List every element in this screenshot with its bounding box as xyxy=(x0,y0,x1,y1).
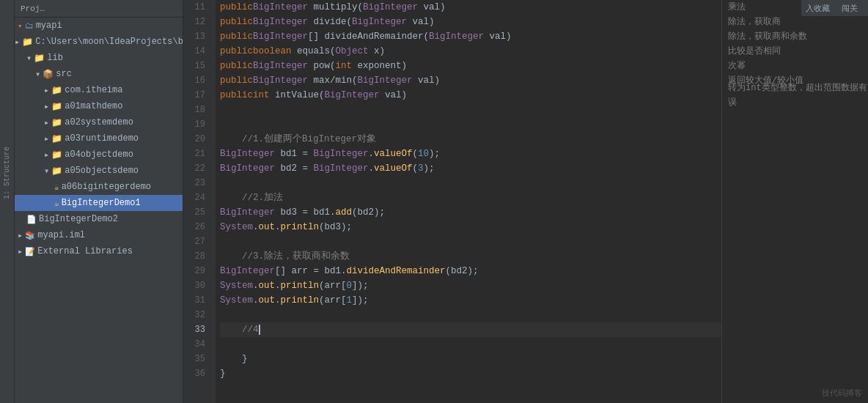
expand-icon-a03: ▸ xyxy=(44,117,49,128)
comment-annotation: 除法，获取商 xyxy=(728,15,868,29)
structure-tab[interactable]: 1: Structure xyxy=(3,147,11,199)
code-line[interactable]: public BigInteger multiply(BigInteger va… xyxy=(220,0,721,15)
code-line[interactable] xyxy=(220,176,721,191)
tree-item-src[interactable]: ▾ 📁 lib xyxy=(15,50,183,66)
tree-item-extlibs[interactable]: ▸ 📚 myapi.iml xyxy=(15,227,183,243)
line-number: 25 xyxy=(183,205,210,220)
code-line[interactable]: BigInteger bd2 = BigInteger.valueOf(3); xyxy=(220,161,721,176)
expand-icon-extlibs: ▸ xyxy=(18,230,23,241)
tree-item-a02[interactable]: ▸ 📁 a01mathdemo xyxy=(15,98,183,114)
code-line[interactable]: //4 xyxy=(220,322,721,337)
code-line[interactable]: System.out.println(bd3); xyxy=(220,220,721,234)
scratches-icon: 📝 xyxy=(25,247,35,256)
code-line[interactable]: BigInteger bd1 = BigInteger.valueOf(10); xyxy=(220,147,721,161)
code-line[interactable]: public int intValue(BigInteger val) xyxy=(220,88,721,103)
tree-item-iml[interactable]: 📄 BigIntegerDemo2 xyxy=(15,211,183,227)
project-tree: ▾ 🗂 myapi ▸ 📁 C:\Users\moon\IdeaProjects… xyxy=(15,18,183,403)
code-line[interactable]: System.out.println(arr[0]); xyxy=(220,278,721,293)
line-number: 20 xyxy=(183,132,210,147)
code-line[interactable]: BigInteger bd3 = bd1.add(bd2); xyxy=(220,205,721,220)
code-line[interactable]: System.out.println(arr[1]); xyxy=(220,293,721,308)
tree-label-lib: C:\Users\moon\IdeaProjects\basic-code xyxy=(35,37,183,47)
comment-annotation: 次幂 xyxy=(728,59,868,73)
tree-item-lib[interactable]: ▸ 📁 C:\Users\moon\IdeaProjects\basic-cod… xyxy=(15,34,183,50)
code-line[interactable]: public BigInteger pow(int exponent) xyxy=(220,59,721,73)
line-number: 14 xyxy=(183,44,210,59)
code-line[interactable] xyxy=(220,234,721,249)
comment-annotation xyxy=(728,132,868,147)
code-line[interactable] xyxy=(220,117,721,132)
topbar-btn1[interactable]: 入收藏 xyxy=(801,1,834,15)
code-line[interactable]: public boolean equals(Object x) xyxy=(220,44,721,59)
tree-item-a01[interactable]: ▸ 📁 com.itheima xyxy=(15,82,183,98)
tree-item-myapi[interactable]: ▾ 🗂 myapi xyxy=(15,18,183,34)
code-line[interactable]: public BigInteger divide(BigInteger val) xyxy=(220,15,721,29)
line-number: 24 xyxy=(183,191,210,205)
tree-label-extlibs: myapi.iml xyxy=(37,230,85,240)
tree-item-a05[interactable]: ▸ 📁 a04objectdemo xyxy=(15,147,183,163)
tree-item-a03[interactable]: ▸ 📁 a02systemdemo xyxy=(15,114,183,130)
watermark: 技代码搏客 xyxy=(822,388,862,399)
code-line[interactable] xyxy=(220,337,721,352)
code-line[interactable]: //1.创建两个BigInteger对象 xyxy=(220,132,721,147)
expand-icon-src: ▾ xyxy=(26,53,32,64)
comment-annotation xyxy=(728,366,868,381)
line-number: 21 xyxy=(183,147,210,161)
project-sidebar: Proj… ▾ 🗂 myapi ▸ 📁 C:\Users\moon\IdeaPr… xyxy=(15,0,183,403)
tree-item-demo2[interactable]: ☕ BigIntegerDemo1 xyxy=(15,195,183,211)
tree-label-a06: a05objectsdemo xyxy=(65,166,139,176)
code-line[interactable] xyxy=(220,308,721,322)
code-line[interactable]: } xyxy=(220,366,721,381)
tree-label-com: src xyxy=(56,69,72,79)
code-line[interactable]: //3.除法，获取商和余数 xyxy=(220,249,721,264)
cursor xyxy=(259,325,260,335)
code-content[interactable]: public BigInteger multiply(BigInteger va… xyxy=(216,0,721,403)
line-number: 13 xyxy=(183,29,210,44)
comment-annotation xyxy=(728,337,868,352)
line-number: 36 xyxy=(183,366,210,381)
comment-annotation: 除法，获取商和余数 xyxy=(728,29,868,44)
tree-label-src: lib xyxy=(47,53,63,63)
tree-label-myapi: myapi xyxy=(36,21,62,31)
code-line[interactable]: } xyxy=(220,352,721,366)
line-number: 34 xyxy=(183,337,210,352)
expand-icon-a04: ▸ xyxy=(44,133,49,144)
extlibs-icon: 📚 xyxy=(25,231,35,240)
folder-icon-a03: 📁 xyxy=(51,117,62,128)
tree-item-demo1[interactable]: ☕ a06bigintegerdemo xyxy=(15,179,183,195)
expand-icon-com: ▾ xyxy=(35,69,40,80)
code-line[interactable]: BigInteger[] arr = bd1.divideAndRemainde… xyxy=(220,264,721,278)
tree-item-a06[interactable]: ▾ 📁 a05objectsdemo xyxy=(15,163,183,179)
line-number: 27 xyxy=(183,234,210,249)
code-line[interactable]: public BigInteger max/min(BigInteger val… xyxy=(220,73,721,88)
topbar-btn2[interactable]: 闯关 xyxy=(837,1,862,15)
expand-icon-scratches: ▸ xyxy=(18,246,23,257)
line-number: 31 xyxy=(183,293,210,308)
line-number: 33 xyxy=(183,322,210,337)
comment-annotation xyxy=(728,147,868,161)
line-number: 30 xyxy=(183,278,210,293)
java-file-icon-2: ☕ xyxy=(54,199,59,208)
tree-item-scratches[interactable]: ▸ 📝 External Libraries xyxy=(15,243,183,259)
tree-item-a04[interactable]: ▸ 📁 a03runtimedemo xyxy=(15,130,183,147)
tree-label-demo1: a06bigintegerdemo xyxy=(62,182,151,192)
code-line[interactable] xyxy=(220,103,721,117)
comment-panel: 乘法除法，获取商除法，获取商和余数比较是否相同次幂返回较大值/较小值转为int类… xyxy=(721,0,868,403)
folder-icon-a05: 📁 xyxy=(51,149,62,160)
comment-annotation xyxy=(728,308,868,322)
tree-label-a01: com.itheima xyxy=(65,85,122,95)
comment-annotation xyxy=(728,264,868,278)
comment-annotation xyxy=(728,161,868,176)
line-number: 11 xyxy=(183,0,210,15)
comment-annotation xyxy=(728,278,868,293)
tree-label-demo2: BigIntegerDemo1 xyxy=(62,198,141,208)
code-line[interactable]: //2.加法 xyxy=(220,191,721,205)
expand-icon-a01: ▸ xyxy=(44,85,49,96)
expand-icon: ▾ xyxy=(18,21,23,31)
comment-annotation: 转为int类型整数，超出范围数据有误 xyxy=(728,88,868,103)
code-editor[interactable]: 1112131415161718192021222324252627282930… xyxy=(183,0,868,403)
line-number: 26 xyxy=(183,220,210,234)
iml-file-icon: 📄 xyxy=(26,215,37,224)
tree-item-com-itheima[interactable]: ▾ 📦 src xyxy=(15,66,183,82)
code-line[interactable]: public BigInteger[] divideAndRemainder(B… xyxy=(220,29,721,44)
